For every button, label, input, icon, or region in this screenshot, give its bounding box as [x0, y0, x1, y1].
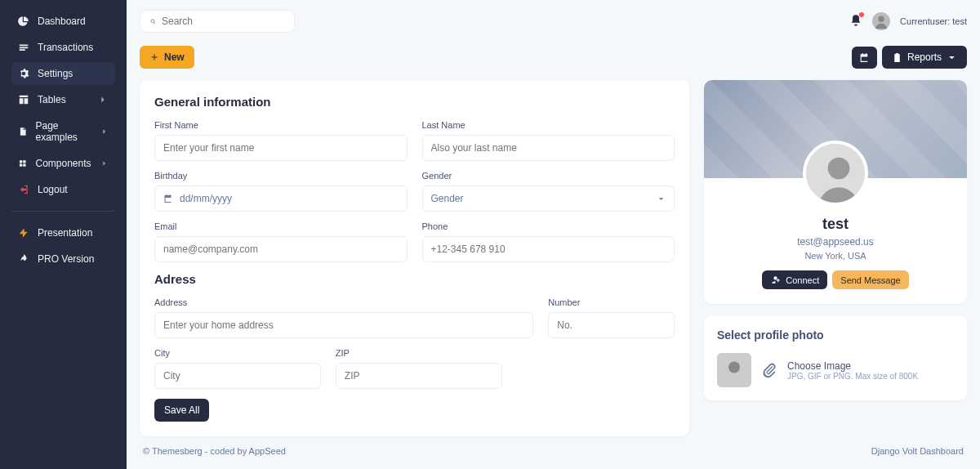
rocket-icon	[18, 253, 29, 265]
sidebar-item-logout[interactable]: Logout	[11, 178, 115, 201]
user-plus-icon	[770, 275, 781, 285]
new-button-label: New	[164, 51, 185, 63]
save-label: Save All	[164, 404, 199, 416]
sidebar: Dashboard Transactions Settings Tables P…	[0, 0, 127, 469]
chevron-right-icon	[100, 158, 109, 169]
message-label: Send Message	[840, 275, 900, 285]
city-input[interactable]	[154, 363, 321, 389]
first-name-label: First Name	[154, 120, 408, 130]
sidebar-item-pages[interactable]: Page examples	[11, 114, 115, 149]
divider	[11, 211, 115, 212]
reports-label: Reports	[907, 51, 942, 63]
message-button[interactable]: Send Message	[832, 270, 908, 289]
photo-card: Select profile photo Choose Image JPG, G…	[704, 315, 967, 400]
svg-point-3	[828, 158, 850, 180]
transactions-icon	[18, 42, 29, 53]
address-input[interactable]	[154, 312, 533, 338]
sidebar-item-transactions[interactable]: Transactions	[11, 36, 115, 59]
zip-input[interactable]	[336, 363, 502, 389]
new-button[interactable]: New	[140, 46, 194, 69]
profile-email: test@appseed.us	[717, 236, 954, 248]
sidebar-item-label: Logout	[38, 184, 68, 195]
gender-label: Gender	[422, 171, 675, 181]
pie-chart-icon	[18, 16, 29, 27]
save-button[interactable]: Save All	[154, 399, 209, 422]
number-input[interactable]	[548, 312, 675, 338]
logout-icon	[18, 184, 29, 195]
photo-hint: JPG, GIF or PNG. Max size of 800K	[787, 372, 918, 381]
choose-image-link[interactable]: Choose Image	[787, 360, 918, 372]
last-name-input[interactable]	[422, 135, 675, 161]
phone-input[interactable]	[422, 236, 675, 262]
footer-copy: ©	[143, 446, 152, 456]
birthday-label: Birthday	[154, 171, 408, 181]
search-icon	[150, 16, 156, 27]
badge-dot	[859, 12, 864, 17]
chevron-right-icon	[97, 94, 109, 105]
current-user-label: Currentuser: test	[900, 16, 967, 26]
connect-button[interactable]: Connect	[762, 270, 827, 289]
birthday-placeholder: dd/mm/yyyy	[180, 193, 232, 204]
gender-value: Gender	[431, 193, 464, 204]
sidebar-item-components[interactable]: Components	[11, 152, 115, 175]
profile-name: test	[717, 216, 954, 233]
notifications-button[interactable]	[849, 14, 862, 29]
connect-label: Connect	[786, 275, 819, 285]
search-box[interactable]	[140, 10, 295, 33]
first-name-input[interactable]	[154, 135, 408, 161]
footer: © Themesberg - coded by AppSeed Django V…	[140, 436, 967, 466]
chevron-right-icon	[100, 126, 109, 137]
sidebar-item-label: Transactions	[38, 42, 93, 53]
sidebar-item-settings[interactable]: Settings	[11, 62, 115, 85]
action-bar: New Reports	[140, 46, 967, 69]
profile-cover	[704, 80, 967, 178]
sidebar-item-pro[interactable]: PRO Version	[11, 248, 115, 270]
birthday-input[interactable]: dd/mm/yyyy	[154, 185, 408, 212]
main: Currentuser: test New Reports General in…	[127, 0, 980, 469]
search-input[interactable]	[162, 16, 284, 27]
sidebar-item-label: Page examples	[36, 120, 91, 143]
general-info-card: General information First Name Last Name…	[140, 80, 689, 436]
email-input[interactable]	[154, 236, 408, 262]
photo-heading: Select profile photo	[717, 328, 954, 342]
chevron-down-icon	[657, 194, 666, 203]
calendar-button[interactable]	[852, 47, 877, 69]
sidebar-item-label: PRO Version	[38, 253, 94, 265]
sidebar-item-label: Components	[35, 158, 91, 169]
gear-icon	[18, 68, 29, 79]
city-label: City	[154, 348, 321, 358]
profile-card: test test@appseed.us New York, USA Conne…	[704, 80, 967, 304]
sidebar-item-label: Dashboard	[38, 16, 86, 27]
sidebar-item-presentation[interactable]: Presentation	[11, 221, 115, 244]
address-label: Address	[154, 297, 533, 307]
svg-point-5	[728, 362, 740, 373]
clipboard-icon	[892, 52, 902, 63]
sidebar-item-label: Tables	[38, 94, 66, 105]
footer-mid: - coded by	[203, 446, 249, 456]
footer-right-link[interactable]: Django Volt Dashboard	[871, 446, 964, 456]
sidebar-item-dashboard[interactable]: Dashboard	[11, 10, 115, 33]
components-icon	[18, 158, 27, 169]
footer-link-appseed[interactable]: AppSeed	[249, 446, 286, 456]
topbar: Currentuser: test	[140, 10, 967, 33]
page-icon	[18, 126, 28, 137]
paperclip-icon[interactable]	[761, 362, 777, 378]
avatar[interactable]	[872, 12, 890, 30]
general-heading: General information	[154, 95, 675, 109]
gender-select[interactable]: Gender	[422, 185, 675, 212]
plus-icon	[149, 52, 159, 62]
sidebar-item-tables[interactable]: Tables	[11, 88, 115, 111]
avatar-icon	[872, 12, 890, 30]
table-icon	[18, 94, 29, 105]
calendar-icon	[163, 194, 173, 203]
last-name-label: Last Name	[422, 120, 675, 130]
bolt-icon	[18, 227, 29, 239]
reports-button[interactable]: Reports	[882, 46, 967, 69]
chevron-down-icon	[947, 52, 957, 63]
sidebar-item-label: Presentation	[38, 227, 92, 239]
address-heading: Adress	[154, 272, 675, 286]
profile-avatar	[803, 141, 868, 206]
footer-link-themesberg[interactable]: Themesberg	[152, 446, 203, 456]
thumb-icon	[717, 353, 751, 387]
number-label: Number	[548, 297, 675, 307]
